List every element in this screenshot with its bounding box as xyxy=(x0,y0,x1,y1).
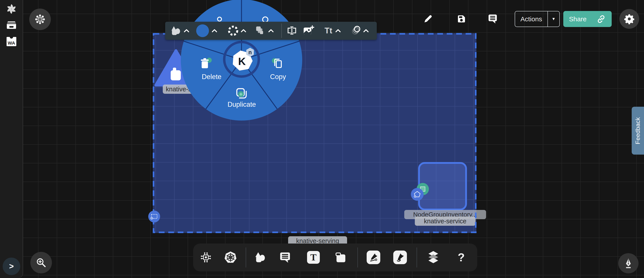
chevron-up-icon[interactable] xyxy=(211,28,218,33)
stroke-style-icon[interactable] xyxy=(227,25,239,37)
cluster-flower-button[interactable] xyxy=(29,8,51,30)
webassembly-icon[interactable]: WA xyxy=(5,35,18,47)
kubernetes-tool[interactable] xyxy=(224,251,237,264)
chevron-up-icon[interactable] xyxy=(335,28,341,33)
edit-pencil-icon[interactable] xyxy=(423,14,433,24)
pen-nib-icon xyxy=(623,258,634,269)
pentagon-badge[interactable] xyxy=(411,188,424,201)
canvas-app: { "colors": { "canvas_bg": "#151515", "r… xyxy=(0,0,644,278)
wa-letters: WA xyxy=(8,40,15,45)
dock-divider xyxy=(246,248,246,268)
actions-caret-icon[interactable]: ▼ xyxy=(548,17,559,21)
comment-tool[interactable] xyxy=(279,251,291,264)
frame-note-tool[interactable] xyxy=(334,251,347,264)
rename-icon[interactable] xyxy=(286,25,298,36)
copy-menu-icon[interactable] xyxy=(271,57,285,70)
delete-menu-icon[interactable] xyxy=(198,57,212,70)
diagram-circuit-tool[interactable] xyxy=(200,251,212,264)
left-sidebar: WA > xyxy=(0,0,23,278)
toolbar-divider xyxy=(281,23,282,38)
dock-divider xyxy=(416,248,417,268)
add-image-icon[interactable] xyxy=(302,25,314,37)
connector-pen-tool[interactable] xyxy=(367,251,380,264)
pentagon-icon xyxy=(413,190,422,199)
font-size-icon[interactable]: Tt xyxy=(325,26,332,35)
badge-letter: n xyxy=(248,49,252,55)
save-icon[interactable] xyxy=(456,14,467,24)
duplicate-menu-label[interactable]: Duplicate xyxy=(228,101,256,109)
delete-menu-label[interactable]: Delete xyxy=(202,73,222,81)
hidden-segment-icon xyxy=(217,16,222,22)
node-format-toolbar: Tt xyxy=(165,22,377,40)
copy-menu-label[interactable]: Copy xyxy=(270,73,286,81)
actions-label: Actions xyxy=(515,15,548,23)
chevron-up-icon[interactable] xyxy=(268,28,274,33)
flower-icon xyxy=(34,14,46,25)
dock-divider xyxy=(358,248,358,268)
kubernetes-letter: K xyxy=(238,56,246,67)
pen-line-icon xyxy=(368,252,378,263)
chevron-right-icon: > xyxy=(9,262,14,271)
shapes-tool[interactable] xyxy=(254,251,266,264)
text-tool[interactable]: T xyxy=(307,251,320,264)
lasso-rect-icon xyxy=(150,212,159,221)
share-button[interactable]: Share xyxy=(563,11,612,27)
expand-sidebar-button[interactable]: > xyxy=(3,258,20,275)
settings-gear-button[interactable] xyxy=(619,9,639,29)
selection-lasso-handle[interactable] xyxy=(148,211,160,222)
gear-icon xyxy=(624,13,635,24)
opacity-icon[interactable] xyxy=(350,25,362,37)
arrange-order-icon[interactable] xyxy=(254,25,266,36)
magnifier-plus-icon xyxy=(35,257,47,269)
pen-tool-button[interactable] xyxy=(618,253,638,274)
help-tool[interactable]: ? xyxy=(458,251,465,264)
app-logo-pinwheel-icon[interactable] xyxy=(5,3,18,15)
comments-icon[interactable] xyxy=(487,13,498,24)
text-tool-glyph: T xyxy=(310,252,316,263)
knative-badge-icon: n xyxy=(245,47,255,57)
fill-color-swatch[interactable] xyxy=(196,24,209,37)
layers-tool[interactable] xyxy=(427,251,440,264)
feedback-tab[interactable]: Feedback xyxy=(632,107,644,154)
link-icon xyxy=(596,14,606,24)
shapes-style-icon[interactable] xyxy=(170,25,181,36)
actions-button[interactable]: Actions ▼ xyxy=(515,11,560,27)
chevron-up-icon[interactable] xyxy=(363,28,369,33)
feedback-label: Feedback xyxy=(634,117,641,144)
chevron-up-icon[interactable] xyxy=(240,28,247,33)
archive-icon[interactable] xyxy=(5,19,18,31)
share-label: Share xyxy=(569,15,586,23)
chevron-up-icon[interactable] xyxy=(183,28,190,33)
service-node-label: knative-service xyxy=(415,217,476,226)
zoom-in-button[interactable] xyxy=(30,252,52,274)
radial-context-menu: K n Delete Copy Duplicate xyxy=(181,0,302,121)
pencil-squiggle-icon xyxy=(395,252,405,263)
duplicate-menu-icon[interactable] xyxy=(235,87,248,100)
freehand-draw-tool[interactable] xyxy=(393,251,407,264)
main-tool-dock: T ? xyxy=(193,244,477,272)
